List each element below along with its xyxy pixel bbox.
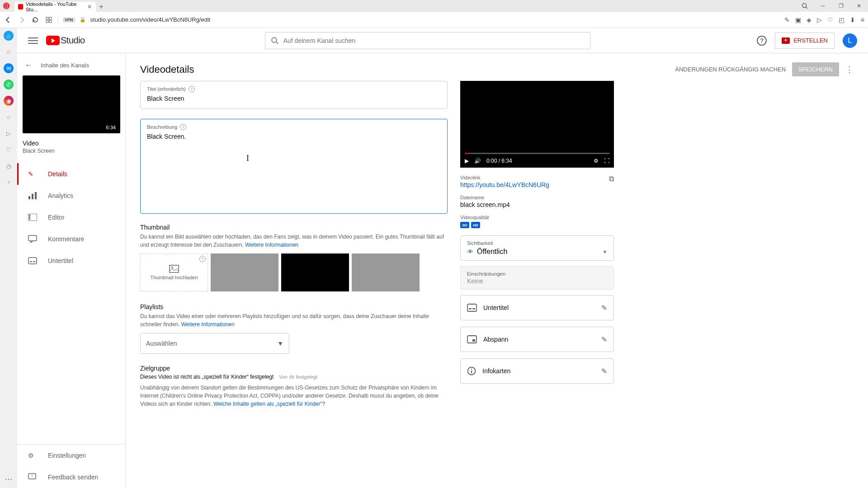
download-icon[interactable]: ⬇ (850, 16, 855, 23)
playlists-heading: Playlists (140, 303, 448, 310)
more-menu[interactable]: ⋮ (845, 65, 854, 75)
avatar[interactable]: L (843, 33, 857, 48)
save-button[interactable]: SPEICHERN (792, 62, 839, 76)
reload-button[interactable] (31, 15, 40, 24)
maximize-icon[interactable]: ❐ (832, 0, 850, 12)
infocards-card[interactable]: Infokarten ✎ (460, 358, 614, 384)
back-to-channel[interactable]: ← Inhalte des Kanals (23, 57, 120, 75)
opera-sb-instagram[interactable]: ◉ (4, 96, 14, 106)
endscreen-card[interactable]: Abspann ✎ (460, 327, 614, 352)
app-header: Studio ? ERSTELLEN L (17, 28, 868, 53)
audience-link[interactable]: Welche Inhalte gelten als „speziell für … (213, 401, 325, 407)
analytics-icon (28, 192, 38, 200)
video-subtitle: Black Screen (23, 148, 120, 154)
info-icon (467, 366, 476, 375)
title-field[interactable]: Titel (erforderlich) ? Black Screen (140, 81, 448, 109)
opera-sb-circle[interactable]: ○ (4, 112, 14, 122)
svg-rect-12 (32, 194, 33, 199)
camera-icon[interactable]: ▣ (795, 16, 801, 23)
videolink[interactable]: https://youtu.be/4LwYBcN6URg (460, 181, 549, 188)
browser-tab[interactable]: Videodetails - YouTube Stu... ✕ (14, 2, 96, 12)
playlist-select[interactable]: Auswählen ▼ (140, 333, 289, 354)
nav-details[interactable]: ✎ Details (17, 163, 125, 185)
opera-sb-star[interactable]: ☆ (4, 47, 14, 57)
svg-rect-11 (28, 196, 30, 199)
opera-sb-whatsapp[interactable]: ✆ (4, 80, 14, 89)
hamburger-menu[interactable] (28, 38, 38, 44)
vpn-badge[interactable]: VPN (63, 17, 75, 23)
nav-analytics[interactable]: Analytics (17, 185, 125, 206)
new-tab-button[interactable]: + (96, 2, 107, 12)
tab-title: Videodetails - YouTube Stu... (26, 1, 85, 12)
minimize-icon[interactable]: ─ (814, 0, 832, 12)
close-tab-icon[interactable]: ✕ (87, 4, 92, 9)
desc-input[interactable]: Black Screen. (147, 133, 441, 140)
help-icon[interactable]: ? (199, 256, 206, 262)
back-button[interactable] (4, 15, 13, 24)
help-icon[interactable]: ? (189, 86, 195, 92)
left-sidebar: ← Inhalte des Kanals 6:34 Video Black Sc… (17, 53, 126, 488)
desc-label: Beschreibung (147, 124, 177, 130)
pencil-icon[interactable]: ✎ (601, 367, 607, 375)
nav-feedback[interactable]: ! Feedback senden (17, 466, 125, 488)
nav-label: Analytics (48, 192, 73, 199)
svg-point-32 (471, 369, 472, 370)
volume-icon[interactable]: 🔊 (474, 158, 481, 164)
fullscreen-icon[interactable]: ⛶ (604, 158, 609, 164)
channel-search[interactable] (265, 32, 590, 49)
nav-editor[interactable]: Editor (17, 206, 125, 228)
thumbnail-upload[interactable]: ? Thumbnail hochladen (140, 253, 208, 291)
help-icon[interactable]: ? (757, 36, 767, 46)
thumbnail-option-1[interactable] (211, 253, 278, 291)
opera-sb-heart[interactable]: ♡ (4, 145, 14, 155)
opera-sb-play[interactable]: ▷ (4, 128, 14, 138)
cube-icon[interactable]: ◰ (839, 16, 844, 23)
settings-icon[interactable]: ⚙ (594, 158, 599, 164)
help-icon[interactable]: ? (180, 124, 186, 130)
play-icon[interactable]: ▶ (465, 158, 469, 164)
forward-button[interactable] (17, 15, 26, 24)
menu-icon[interactable]: ≡ (861, 16, 864, 23)
svg-rect-6 (49, 17, 52, 19)
playlists-more-link[interactable]: Weitere Informationen (181, 321, 235, 328)
svg-rect-28 (472, 308, 475, 310)
pencil-icon[interactable]: ✎ (601, 304, 607, 312)
opera-sb-more[interactable]: ⋯ (5, 475, 12, 483)
svg-rect-24 (170, 265, 179, 272)
video-thumbnail[interactable]: 6:34 (23, 75, 120, 133)
opera-sb-clock[interactable]: ◷ (4, 161, 14, 171)
close-window-icon[interactable]: ✕ (850, 0, 868, 12)
thumbnail-desc: Du kannst ein Bild auswählen oder hochla… (140, 233, 448, 249)
opera-sb-bulb[interactable]: ♀ (4, 177, 14, 187)
video-player[interactable]: ▶ 🔊 0:00 / 6:34 ⚙ ⛶ (460, 81, 614, 168)
shield-icon[interactable]: ◈ (807, 16, 811, 23)
undo-button[interactable]: ÄNDERUNGEN RÜCKGÄNGIG MACHEN (675, 66, 786, 73)
nav-settings[interactable]: ⚙ Einstellungen (17, 445, 125, 466)
search-input[interactable] (283, 37, 585, 44)
nav-subtitles[interactable]: Untertitel (17, 250, 125, 272)
opera-sb-messenger[interactable]: ✉ (4, 63, 14, 73)
opera-logo (3, 1, 12, 10)
title-input[interactable]: Black Screen (147, 95, 441, 102)
thumbnail-option-3[interactable] (352, 253, 420, 291)
restrictions-value: Keine (467, 277, 607, 285)
search-icon[interactable] (796, 0, 814, 12)
lock-icon[interactable]: 🔒 (80, 17, 86, 23)
description-field[interactable]: Beschreibung ? Black Screen. I (140, 119, 448, 214)
create-button[interactable]: ERSTELLEN (775, 33, 835, 49)
heart-icon[interactable]: ♡ (827, 16, 833, 23)
pencil-icon[interactable]: ✎ (601, 335, 607, 344)
bookmark-icon[interactable]: ✎ (784, 16, 790, 23)
hd-badge: HD (471, 222, 480, 228)
url-text[interactable]: studio.youtube.com/video/4LwYBcN6URg/edi… (90, 16, 211, 23)
studio-logo[interactable]: Studio (46, 35, 85, 46)
nav-comments[interactable]: Kommentare (17, 228, 125, 250)
copy-icon[interactable]: ⧉ (609, 175, 614, 183)
visibility-card[interactable]: Sichtbarkeit 👁 Öffentlich ▼ (460, 235, 614, 261)
subtitles-card[interactable]: Untertitel ✎ (460, 295, 614, 320)
send-icon[interactable]: ▷ (817, 16, 822, 23)
thumbnail-more-link[interactable]: Weitere Informationen (245, 242, 298, 248)
speed-dial-icon[interactable] (44, 15, 53, 24)
thumbnail-option-2[interactable] (281, 253, 349, 291)
opera-sb-home[interactable]: ⌂ (4, 31, 14, 41)
